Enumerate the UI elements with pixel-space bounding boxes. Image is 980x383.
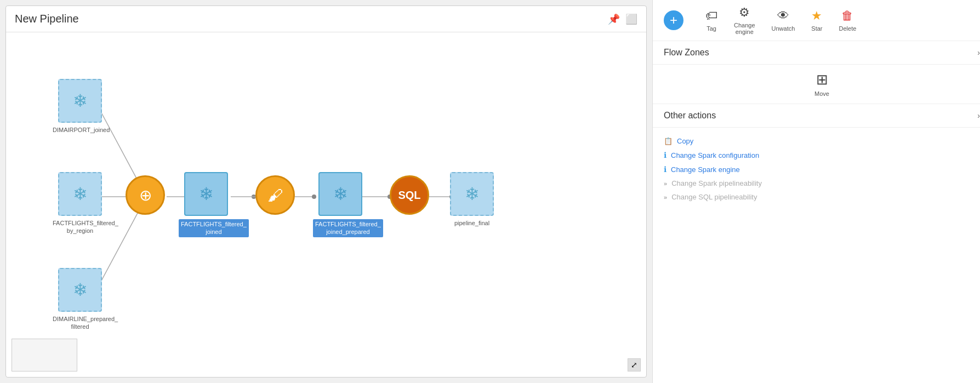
node-box-dimairport: ❄	[58, 79, 102, 123]
prepare-icon: 🖌	[267, 186, 283, 204]
node-box-factflights-prepared: ❄	[318, 172, 362, 216]
move-icon: ⊞	[816, 71, 828, 88]
copy-icon: 📋	[664, 137, 673, 145]
action-change-sql-pipeline: » Change SQL pipelineability	[664, 190, 980, 204]
node-factflights-joined[interactable]: ❄ FACTFLIGHTS_filtered_joined	[179, 172, 233, 237]
pin-icon[interactable]: 📌	[608, 13, 620, 25]
flow-zones-title: Flow Zones	[664, 48, 709, 58]
node-box-factflights-joined: ❄	[184, 172, 228, 216]
sidebar-toolbar: + 🏷 Tag ⚙ Changeengine 👁 Unwatch ★ Star …	[653, 0, 980, 41]
node-label-factflights-prepared: FACTFLIGHTS_filtered_joined_prepared	[313, 219, 368, 237]
delete-icon: 🗑	[841, 9, 853, 23]
action-change-spark-pipeline: » Change Spark pipelineability	[664, 176, 980, 190]
snowflake-icon-factflights-prepared: ❄	[333, 184, 348, 204]
node-label-factflights-region: FACTFLIGHTS_filtered_by_region	[53, 219, 107, 235]
action-spark-engine-label: Change Spark engine	[671, 165, 740, 174]
node-factflights-prepared[interactable]: ❄ FACTFLIGHTS_filtered_joined_prepared	[313, 172, 368, 237]
star-label: Star	[811, 25, 822, 32]
toolbar-change-engine[interactable]: ⚙ Changeengine	[734, 5, 755, 35]
action-copy-label: Copy	[677, 137, 693, 145]
delete-label: Delete	[839, 25, 857, 32]
snowflake-icon-factflights-region: ❄	[73, 184, 88, 204]
canvas: ❄ DIMAIRPORT_joined ❄ FACTFLIGHTS_filter…	[6, 32, 646, 377]
node-join[interactable]: ⊕	[126, 175, 165, 215]
unwatch-icon: 👁	[777, 9, 789, 23]
action-copy[interactable]: 📋 Copy	[664, 134, 980, 148]
node-label-pipeline-final: pipeline_final	[454, 219, 489, 227]
node-prepare[interactable]: 🖌	[255, 175, 295, 215]
other-actions-title: Other actions	[664, 111, 716, 121]
other-actions-content: 📋 Copy ℹ Change Spark configuration ℹ Ch…	[653, 128, 980, 210]
action-change-spark-engine[interactable]: ℹ Change Spark engine	[664, 162, 980, 176]
change-engine-icon: ⚙	[739, 5, 750, 20]
star-icon: ★	[811, 9, 822, 23]
pipeline-canvas-container: New Pipeline 📌 ⬜	[5, 5, 647, 378]
spark-config-info-icon: ℹ	[664, 151, 666, 159]
spark-pipeline-arrow-icon: »	[664, 180, 667, 187]
snowflake-icon-dimairline: ❄	[73, 279, 88, 300]
spark-engine-info-icon: ℹ	[664, 165, 666, 174]
zoom-button[interactable]: ⤢	[628, 358, 641, 371]
node-box-pipeline-final: ❄	[450, 172, 494, 216]
flow-zones-content: ⊞ Move	[653, 65, 980, 104]
title-actions: 📌 ⬜	[608, 13, 637, 25]
pipeline-title-text: New Pipeline	[15, 13, 79, 25]
node-label-dimairport: DIMAIRPORT_joined	[53, 126, 107, 134]
unwatch-label: Unwatch	[772, 25, 795, 32]
right-sidebar: + 🏷 Tag ⚙ Changeengine 👁 Unwatch ★ Star …	[652, 0, 980, 383]
toolbar-tag[interactable]: 🏷 Tag	[705, 9, 717, 32]
minimap[interactable]	[12, 339, 77, 371]
flow-zones-chevron: ›	[977, 48, 980, 57]
pipeline-title-bar: New Pipeline 📌 ⬜	[6, 6, 646, 32]
node-factflights-region[interactable]: ❄ FACTFLIGHTS_filtered_by_region	[53, 172, 107, 235]
action-spark-pipeline-label: Change Spark pipelineability	[671, 179, 762, 187]
move-item[interactable]: ⊞ Move	[664, 71, 980, 97]
move-label: Move	[814, 90, 829, 97]
prepare-circle: 🖌	[255, 175, 295, 215]
action-sql-pipeline-label: Change SQL pipelineability	[671, 193, 757, 201]
node-label-factflights-joined: FACTFLIGHTS_filtered_joined	[179, 219, 233, 237]
flow-zones-header[interactable]: Flow Zones ›	[653, 41, 980, 65]
sql-circle: SQL	[390, 175, 429, 215]
node-box-factflights-region: ❄	[58, 172, 102, 216]
toolbar-unwatch[interactable]: 👁 Unwatch	[772, 9, 795, 32]
add-button[interactable]: +	[664, 10, 683, 30]
tag-icon: 🏷	[705, 9, 717, 23]
sql-icon: SQL	[398, 189, 420, 202]
tag-label: Tag	[706, 25, 716, 32]
snowflake-icon-pipeline-final: ❄	[465, 184, 480, 204]
node-dimairline[interactable]: ❄ DIMAIRLINE_prepared_filtered	[53, 268, 107, 331]
other-actions-chevron: ›	[977, 111, 980, 120]
node-pipeline-final[interactable]: ❄ pipeline_final	[450, 172, 494, 227]
change-engine-label: Changeengine	[734, 22, 755, 35]
snowflake-icon-factflights-joined: ❄	[199, 184, 214, 204]
node-dimairport[interactable]: ❄ DIMAIRPORT_joined	[53, 79, 107, 134]
node-box-dimairline: ❄	[58, 268, 102, 312]
join-icon: ⊕	[139, 186, 152, 204]
toolbar-star[interactable]: ★ Star	[811, 9, 822, 32]
node-label-dimairline: DIMAIRLINE_prepared_filtered	[53, 315, 107, 331]
action-change-spark-config[interactable]: ℹ Change Spark configuration	[664, 148, 980, 162]
toolbar-delete[interactable]: 🗑 Delete	[839, 9, 857, 32]
action-spark-config-label: Change Spark configuration	[671, 151, 759, 159]
join-circle: ⊕	[126, 175, 165, 215]
node-sql[interactable]: SQL	[390, 175, 429, 215]
window-icon[interactable]: ⬜	[625, 13, 637, 25]
other-actions-header[interactable]: Other actions ›	[653, 104, 980, 128]
sql-pipeline-arrow-icon: »	[664, 194, 667, 201]
snowflake-icon-dimairport: ❄	[73, 90, 88, 111]
